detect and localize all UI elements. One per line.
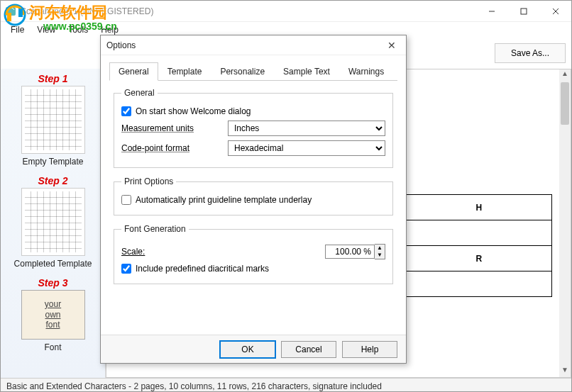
scale-label: Scale: [121,247,221,257]
onstart-checkbox[interactable] [121,106,131,116]
window-title: Scanahand 6.1 (UNREGISTERED) [21,6,475,16]
dialog-close-icon[interactable]: ✕ [383,40,400,51]
onstart-label: On start show Welcome dialog [136,106,251,116]
scale-spinner[interactable]: ▲ ▼ [325,244,385,259]
diacritical-checkbox[interactable] [121,264,131,274]
onstart-checkbox-row[interactable]: On start show Welcome dialog [121,106,385,116]
print-options-group: Print Options Automatically print guidel… [114,177,393,215]
maximize-button[interactable] [507,1,539,22]
save-as-button[interactable]: Save As... [495,43,566,63]
scale-input[interactable] [325,245,375,259]
close-button[interactable] [539,1,571,22]
general-group: General On start show Welcome dialog Mea… [114,88,393,168]
dialog-title: Options [106,40,383,50]
tab-personalize[interactable]: Personalize [211,62,274,80]
print-legend: Print Options [121,177,176,186]
units-select[interactable]: Inches [228,121,385,136]
sidebar-step-3[interactable]: Step 3 your own font Font [4,277,102,352]
step-label: Empty Template [4,157,102,167]
step-header: Step 3 [4,277,102,289]
tab-sample-text[interactable]: Sample Text [274,62,339,80]
statusbar: Basic and Extended Characters - 2 pages,… [1,378,571,392]
sidebar-step-1[interactable]: Step 1 Empty Template [4,73,102,167]
minimize-button[interactable] [475,1,507,22]
svg-rect-3 [6,7,16,16]
spin-down-icon[interactable]: ▼ [375,252,385,259]
sidebar: Step 1 Empty Template Step 2 Completed T… [1,69,106,378]
help-button[interactable]: Help [342,341,397,358]
autoprint-label: Automatically print guideline template u… [136,195,312,205]
dialog-footer: OK Cancel Help [101,335,406,363]
svg-rect-5 [521,9,527,14]
app-icon [5,6,16,17]
general-legend: General [121,88,158,98]
spin-up-icon[interactable]: ▲ [375,245,385,252]
menu-tools[interactable]: Tools [62,23,94,36]
dialog-titlebar[interactable]: Options ✕ [101,35,406,55]
options-dialog: Options ✕ General Template Personalize S… [100,35,407,364]
cell: H [406,195,552,220]
diacritical-label: Include predefined diacritical marks [136,264,269,274]
scroll-up-icon[interactable]: ▲ [559,69,571,81]
units-label: Measurement units [121,123,221,133]
codepoint-select[interactable]: Hexadecimal [228,140,385,156]
sidebar-step-2[interactable]: Step 2 Completed Template [4,175,102,269]
font-generation-group: Font Generation Scale: ▲ ▼ Include prede… [114,224,393,284]
status-text: Basic and Extended Characters - 2 pages,… [6,381,382,391]
scroll-down-icon[interactable]: ▼ [559,366,571,377]
dialog-tabs: General Template Personalize Sample Text… [109,62,397,81]
cell: R [406,246,552,271]
tab-general[interactable]: General [109,62,158,81]
font-thumb: your own font [21,290,85,340]
vertical-scrollbar[interactable]: ▲ ▼ [559,69,571,377]
titlebar: Scanahand 6.1 (UNREGISTERED) [1,1,571,22]
cancel-button[interactable]: Cancel [281,341,336,358]
codepoint-label: Code-point format [121,143,221,153]
autoprint-checkbox-row[interactable]: Automatically print guideline template u… [121,195,385,205]
step-label: Completed Template [4,259,102,269]
autoprint-checkbox[interactable] [121,195,131,205]
scrollbar-thumb[interactable] [561,82,569,125]
diacritical-checkbox-row[interactable]: Include predefined diacritical marks [121,264,385,274]
completed-template-thumb [21,188,85,256]
empty-template-thumb [21,86,85,154]
tab-warnings[interactable]: Warnings [339,62,393,80]
step-header: Step 1 [4,73,102,84]
step-label: Font [4,342,102,352]
fontgen-legend: Font Generation [121,224,189,234]
ok-button[interactable]: OK [220,341,275,358]
step-header: Step 2 [4,175,102,186]
tab-template[interactable]: Template [158,62,211,80]
menu-view[interactable]: View [31,23,61,36]
menu-file[interactable]: File [5,23,30,36]
